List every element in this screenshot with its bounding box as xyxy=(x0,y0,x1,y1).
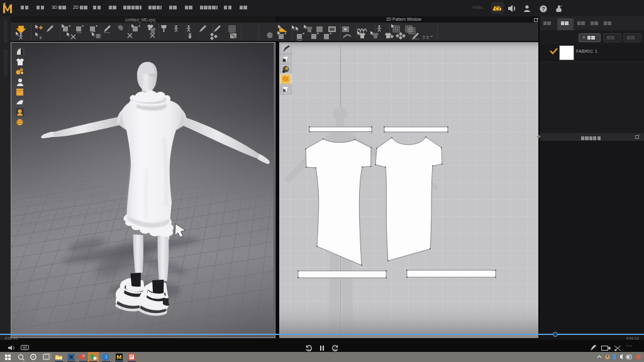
svg-text:?: ? xyxy=(541,6,545,12)
svg-text:30: 30 xyxy=(333,349,337,352)
svg-text:10: 10 xyxy=(308,349,311,352)
